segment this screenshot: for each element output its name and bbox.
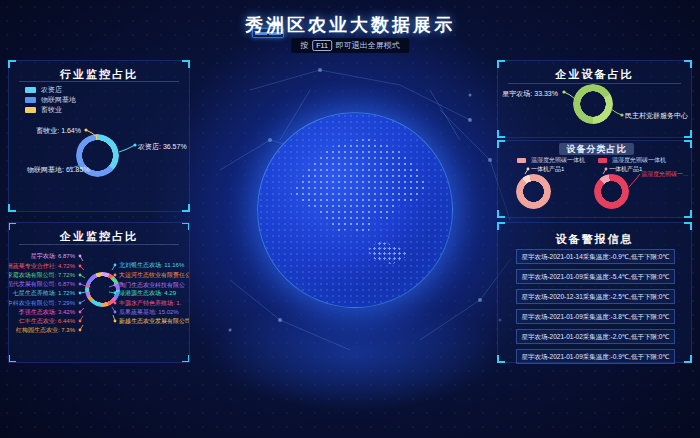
- enterprise-label: 现代发展有限公司: 6.87%: [8, 280, 75, 288]
- panel-device-classification: 设备分类占比 温湿度光照碳一体机 一体机产品1 温湿度光照碳一体机 一体机产品1…: [497, 140, 692, 218]
- legend-item[interactable]: 温湿度光照碳一体机: [598, 156, 666, 165]
- legend-label: 物联网基地: [41, 95, 76, 105]
- alarm-row: 星宇农场-2021-01-09采集温度:-5.4℃,低于下限:0℃: [516, 269, 675, 284]
- hint-suffix: 即可退出全屏模式: [336, 40, 400, 51]
- legend-swatch: [598, 158, 607, 163]
- enterprise-label: 绿港源生态农场: 4.29: [119, 289, 176, 297]
- enterprise-monitor-donut-chart[interactable]: [85, 272, 120, 307]
- device-ratio-donut-chart[interactable]: [573, 84, 613, 124]
- enterprise-label: 仁丰生态农业: 6.44%: [19, 317, 75, 325]
- globe-visualization[interactable]: [257, 112, 453, 308]
- enterprise-label: 秀洲蔬菜专业合作社: 4.72%: [8, 262, 75, 270]
- title-divider: [19, 244, 179, 245]
- enterprise-label: 大运河生态牧业有限责任公: [119, 271, 190, 279]
- f11-key: F11: [312, 40, 332, 51]
- callout-service-center: 民主村党群服务中心: [625, 111, 688, 121]
- legend-label: 温湿度光照碳一体机: [531, 156, 585, 165]
- legend-swatch: [517, 158, 526, 163]
- panel-title: 企业监控占比: [9, 229, 189, 244]
- enterprise-label: 星宇农场: 6.87%: [31, 252, 75, 260]
- legend-swatch: [25, 107, 36, 113]
- globe-continent-dots: [258, 113, 452, 307]
- device-class-donut-left[interactable]: [516, 174, 551, 209]
- callout-device-product: 一体机产品1: [531, 165, 564, 173]
- legend-label: 农资店: [41, 85, 62, 95]
- panel-title: 设备警报信息: [498, 232, 691, 247]
- alarm-row: 星宇农场-2021-01-09采集温度:-3.8℃,低于下限:0℃: [516, 309, 675, 324]
- callout-device-type: 温湿度光照碳一...: [641, 170, 688, 178]
- enterprise-label: 七星生态养殖场: 1.72%: [13, 289, 75, 297]
- legend-swatch: [25, 87, 36, 93]
- enterprise-label: 红梅园生态农业: 7.3%: [16, 326, 75, 334]
- panel-title: 行业监控占比: [9, 67, 189, 82]
- legend-item[interactable]: 温湿度光照碳一体机: [517, 156, 585, 165]
- callout-star-farm: 星宇农场: 33.33%: [502, 89, 558, 99]
- enterprise-label: 丰源水产特色养殖场: 1.: [119, 299, 181, 307]
- alarm-row: 星宇农场-2021-01-02采集温度:-2.0℃,低于下限:0℃: [516, 329, 675, 344]
- panel-enterprise-monitor: 企业监控占比 星宇农场: 6.87% 秀洲蔬菜专业合作社: 4.72% 家庭农场…: [8, 222, 190, 363]
- fullscreen-hint: 按 F11 即可退出全屏模式: [291, 38, 409, 53]
- callout-livestock: 畜牧业: 1.64%: [36, 126, 81, 136]
- enterprise-label: 李强生态农场: 3.42%: [19, 308, 75, 316]
- hint-prefix: 按: [300, 40, 308, 51]
- legend-label: 畜牧业: [41, 105, 62, 115]
- callout-agristore: 农资店: 36.57%: [138, 142, 187, 152]
- section-title: 设备分类占比: [559, 143, 634, 155]
- legend-label: 温湿度光照碳一体机: [612, 156, 666, 165]
- enterprise-label: 家庭农场有限公司: 7.72%: [8, 271, 75, 279]
- legend-item[interactable]: 畜牧业: [25, 105, 62, 115]
- panel-industry-monitor: 行业监控占比 农资店 物联网基地 畜牧业 畜牧业: 1.64% 农资店: 36.…: [8, 60, 190, 212]
- legend-item[interactable]: 农资店: [25, 85, 62, 95]
- legend-swatch: [25, 97, 36, 103]
- panel-title: 企业设备占比: [498, 67, 691, 82]
- alarm-row: 星宇农场-2021-01-14采集温度:-0.9℃,低于下限:0℃: [516, 249, 675, 264]
- page-title: 秀洲区农业大数据展示: [0, 13, 700, 37]
- alarm-row: 星宇农场-2021-01-09采集温度:-0.9℃,低于下限:0℃: [516, 349, 675, 364]
- enterprise-label: 中科农业有限公司: 7.29%: [8, 299, 75, 307]
- panel-enterprise-device: 企业设备占比 星宇农场: 33.33% 民主村党群服务中心: [497, 60, 692, 138]
- device-class-donut-right[interactable]: [594, 174, 629, 209]
- title-divider: [19, 81, 179, 82]
- legend-item[interactable]: 物联网基地: [25, 95, 76, 105]
- panel-device-alarms: 设备警报信息 星宇农场-2021-01-14采集温度:-0.9℃,低于下限:0℃…: [497, 222, 692, 363]
- callout-device-product: 一体机产品1: [609, 165, 642, 173]
- enterprise-label: 北刘银生态农场: 11.16%: [119, 261, 184, 269]
- alarm-row: 星宇农场-2020-12-31采集温度:-2.5℃,低于下限:0℃: [516, 289, 675, 304]
- dashboard: 秀洲区农业大数据展示 按 F11 即可退出全屏模式 行业监控占比 农资店 物联网…: [0, 0, 700, 438]
- globe-underglow: [205, 300, 505, 410]
- enterprise-label: 陶门生态农业科技有限公: [119, 281, 185, 289]
- enterprise-label: 新越生态农业发展有限公司: 6.87: [119, 317, 190, 325]
- globe-islands-dots: [367, 241, 410, 264]
- callout-iot-base: 物联网基地: 61.85%: [27, 165, 90, 175]
- enterprise-label: 瓜果蔬菜基地: 15.02%: [119, 308, 179, 316]
